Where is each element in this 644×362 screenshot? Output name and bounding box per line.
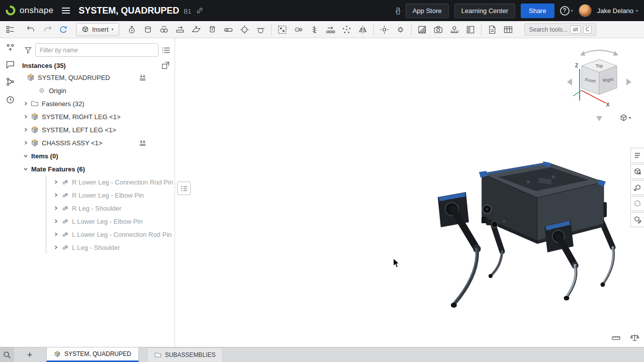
tree-row-root-assembly[interactable]: SYSTEM, QUADRUPED (20, 71, 175, 84)
revolute-mate-icon (61, 204, 69, 212)
assembly-toolbar: Insert ▾ (0, 21, 644, 38)
tree-row-left-leg[interactable]: SYSTEM, LEFT LEG <1> (20, 123, 175, 136)
search-tools-placeholder: Search tools... (529, 26, 568, 33)
main-menu-icon[interactable] (61, 7, 70, 15)
named-positions-button[interactable] (392, 23, 409, 37)
topbar-actions: {∕} App Store Learning Center Share ? ▾ … (395, 4, 638, 18)
mate-relation-button[interactable] (290, 23, 306, 37)
update-linked-icon[interactable] (139, 74, 146, 81)
new-tab-button[interactable]: + (22, 347, 37, 362)
tangent-mate-button[interactable] (253, 23, 269, 37)
view-modes-button[interactable]: ▾ (616, 112, 634, 123)
learning-center-button[interactable]: Learning Center (454, 4, 515, 18)
create-drawing-button[interactable] (484, 23, 500, 37)
chevron-down-icon[interactable] (22, 152, 29, 159)
revolute-mate-button[interactable] (156, 23, 172, 37)
bom-table-button[interactable] (500, 23, 516, 37)
cylindrical-mate-button[interactable] (204, 23, 220, 37)
chevron-right-icon[interactable] (22, 113, 29, 120)
measure-button[interactable] (610, 332, 621, 343)
chevron-right-icon[interactable] (22, 126, 29, 133)
redo-button[interactable] (39, 23, 55, 37)
app-store-button[interactable]: App Store (406, 4, 449, 18)
rotate-west-arrow-icon (567, 78, 572, 85)
history-button[interactable] (4, 93, 17, 106)
follow-mode-button[interactable] (4, 41, 17, 54)
mass-properties-button[interactable] (629, 332, 640, 343)
onshape-logo[interactable]: onshape (5, 5, 53, 16)
graphics-viewport[interactable]: Top Front Right Z X ▾ (176, 39, 644, 347)
group-button[interactable] (274, 23, 290, 37)
tree-row-mate[interactable]: R Leg - Shoulder (46, 202, 175, 215)
update-linked-icon[interactable] (139, 139, 146, 147)
pin-slot-mate-button[interactable] (220, 23, 236, 37)
tree-row-mate[interactable]: L Lower Leg - Elbow Pin (46, 215, 175, 228)
tree-row-chassis[interactable]: CHASSIS ASSY <1> (20, 136, 175, 149)
tree-row-right-leg[interactable]: SYSTEM, RIGHT LEG <1> (20, 110, 175, 123)
comments-button[interactable] (4, 58, 17, 71)
tab-subassemblies[interactable]: SUBASSEMBLIES (147, 347, 223, 362)
tree-row-mate[interactable]: R Lower Leg - Elbow Pin (46, 189, 175, 202)
filter-input[interactable] (35, 43, 158, 57)
featurescript-icon[interactable]: {∕} (395, 7, 400, 15)
fastened-mate-button[interactable] (140, 23, 156, 37)
collapse-panel-button[interactable] (177, 182, 191, 195)
appearance-panel-button[interactable] (630, 164, 644, 179)
chevron-right-icon[interactable] (52, 218, 59, 225)
screw-relation-button[interactable] (306, 23, 323, 37)
mate-connector-button[interactable] (124, 23, 140, 37)
versions-button[interactable] (4, 75, 17, 88)
undo-button[interactable] (23, 23, 39, 37)
list-view-options-icon[interactable] (162, 46, 171, 55)
chevron-right-icon[interactable] (52, 244, 59, 251)
bom-panel-button[interactable] (630, 148, 644, 163)
tree-row-mate-features-header[interactable]: Mate Features (6) (20, 162, 175, 175)
tree-row-items-header[interactable]: Items (0) (20, 149, 175, 162)
tree-row-fasteners[interactable]: Fasteners (32) (20, 97, 175, 110)
planar-mate-button[interactable] (188, 23, 204, 37)
search-tools[interactable]: Search tools... alt C (524, 23, 596, 36)
exploded-view-button[interactable] (376, 23, 392, 37)
circular-pattern-button[interactable] (339, 23, 355, 37)
filter-icon[interactable] (24, 46, 32, 54)
chevron-down-icon[interactable] (22, 165, 29, 172)
chevron-right-icon[interactable] (52, 178, 59, 186)
configuration-panel-button[interactable] (630, 212, 644, 227)
chevron-right-icon[interactable] (22, 139, 29, 146)
tree-row-mate[interactable]: R Lower Leg - Connection Rod Pin (46, 175, 175, 189)
view-cube[interactable]: Top Front Right Z X (563, 43, 643, 123)
display-states-button[interactable] (462, 23, 478, 37)
tree-row-mate[interactable]: L Leg - Shoulder (46, 241, 175, 254)
chevron-right-icon[interactable] (52, 205, 59, 212)
display-states-panel-button[interactable] (630, 180, 644, 195)
search-tabs-button[interactable] (0, 347, 14, 362)
slider-mate-button[interactable] (172, 23, 188, 37)
linear-pattern-button[interactable] (323, 23, 339, 37)
named-views-panel-button[interactable] (630, 196, 644, 211)
chevron-right-icon[interactable] (52, 231, 59, 238)
quadruped-robot-model[interactable] (423, 151, 624, 317)
user-menu[interactable]: Jake Delano ▾ (597, 7, 638, 15)
version-label[interactable]: B1 (184, 8, 191, 15)
ball-mate-button[interactable] (236, 23, 253, 37)
tree-row-origin[interactable]: Origin (20, 84, 175, 97)
share-link-icon[interactable] (196, 7, 204, 15)
insert-instance-icon[interactable] (162, 61, 170, 69)
snapshot-button[interactable] (430, 23, 446, 37)
search-icon (3, 351, 11, 359)
rack-and-pinion-button[interactable] (446, 23, 462, 37)
user-avatar[interactable] (579, 4, 592, 17)
section-view-button[interactable] (414, 23, 430, 37)
toolbar-divider (481, 24, 481, 35)
help-menu[interactable]: ? ▾ (560, 6, 573, 16)
mirror-button[interactable] (355, 23, 371, 37)
tab-system-quadruped[interactable]: SYSTEM, QUADRUPED (46, 347, 139, 362)
insert-button[interactable]: Insert ▾ (76, 23, 119, 36)
tree-row-mate[interactable]: L Lower Leg - Connection Rod Pin (46, 228, 175, 241)
update-sync-button[interactable] (55, 23, 71, 37)
chevron-right-icon[interactable] (52, 192, 59, 199)
folder-icon (154, 351, 162, 358)
share-button[interactable]: Share (521, 4, 554, 18)
document-outline-button[interactable] (4, 23, 17, 36)
chevron-right-icon[interactable] (22, 100, 29, 107)
